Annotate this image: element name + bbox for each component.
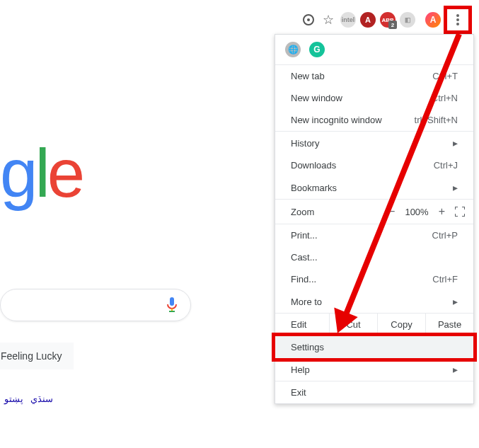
overflow-menu-highlight <box>444 6 472 34</box>
bookmark-star-icon[interactable]: ☆ <box>319 11 337 29</box>
menu-help-label: Help <box>291 364 310 375</box>
menu-exit[interactable]: Exit <box>275 381 473 403</box>
toolbar-separator <box>418 11 422 29</box>
menu-more-tools-label: More to <box>291 297 322 307</box>
overflow-menu: 🌐 G New tab Ctrl+T New window Ctrl+N New… <box>275 34 474 404</box>
location-icon[interactable] <box>299 11 318 29</box>
menu-print-shortcut: Ctrl+P <box>432 230 458 241</box>
menu-zoom: Zoom − 100% + <box>275 200 473 224</box>
menu-ext-globe-icon[interactable]: 🌐 <box>285 42 301 57</box>
menu-downloads[interactable]: Downloads Ctrl+J <box>275 154 473 176</box>
submenu-arrow-icon: ▸ <box>453 364 458 375</box>
extension-android-icon[interactable]: ◧ <box>398 11 417 29</box>
search-input[interactable] <box>0 289 191 321</box>
menu-incognito[interactable]: New incognito window trl+Shift+N <box>275 109 473 131</box>
submenu-arrow-icon: ▸ <box>453 296 458 307</box>
menu-settings[interactable]: Settings <box>272 333 477 362</box>
extension-pdf-icon[interactable]: A <box>359 11 377 29</box>
menu-new-window[interactable]: New window Ctrl+N <box>275 87 473 109</box>
menu-extensions-row: 🌐 G <box>275 35 473 64</box>
menu-zoom-label: Zoom <box>291 207 314 217</box>
menu-new-window-label: New window <box>291 93 342 103</box>
menu-cast-label: Cast... <box>291 252 318 263</box>
menu-bookmarks-label: Bookmarks <box>291 183 337 193</box>
submenu-arrow-icon: ▸ <box>453 137 458 149</box>
menu-find-shortcut: Ctrl+F <box>432 274 458 285</box>
extension-intel-icon[interactable]: intel <box>339 11 357 29</box>
menu-downloads-label: Downloads <box>291 160 336 171</box>
language-link-sindhi[interactable]: سنڌي <box>30 394 53 404</box>
menu-history-label: History <box>291 138 319 149</box>
menu-incognito-label: New incognito window <box>291 115 382 125</box>
menu-settings-label: Settings <box>291 342 324 352</box>
logo-letter-l: l <box>35 134 47 212</box>
menu-find[interactable]: Find... Ctrl+F <box>275 268 473 290</box>
menu-help[interactable]: Help ▸ <box>275 358 473 381</box>
fullscreen-icon[interactable] <box>455 207 465 217</box>
svg-rect-0 <box>170 297 174 306</box>
submenu-arrow-icon: ▸ <box>453 182 458 193</box>
menu-bookmarks[interactable]: Bookmarks ▸ <box>275 176 473 199</box>
menu-print-label: Print... <box>291 230 318 241</box>
menu-downloads-shortcut: Ctrl+J <box>434 160 458 171</box>
menu-more-tools[interactable]: More to ▸ <box>275 290 473 313</box>
menu-exit-label: Exit <box>291 387 306 398</box>
logo-letter-e: e <box>47 134 82 212</box>
overflow-menu-button[interactable] <box>449 11 467 29</box>
language-links: پښتو سنڌي <box>4 394 53 404</box>
extension-abp-icon[interactable]: ABP 2 <box>379 11 397 29</box>
voice-search-icon[interactable] <box>166 297 178 313</box>
google-logo: g l e <box>0 134 82 212</box>
menu-history[interactable]: History ▸ <box>275 132 473 154</box>
menu-new-tab-label: New tab <box>291 71 325 81</box>
menu-ext-grammarly-icon[interactable]: G <box>309 42 325 57</box>
zoom-in-button[interactable]: + <box>439 205 445 218</box>
language-link-pashto[interactable]: پښتو <box>4 394 23 404</box>
feeling-lucky-button[interactable]: Feeling Lucky <box>0 343 74 369</box>
menu-find-label: Find... <box>291 274 316 285</box>
browser-toolbar: ☆ intel A ABP 2 ◧ A <box>299 6 472 34</box>
zoom-value: 100% <box>405 207 428 217</box>
logo-letter-g: g <box>0 134 35 212</box>
profile-avatar[interactable]: A <box>424 11 442 29</box>
